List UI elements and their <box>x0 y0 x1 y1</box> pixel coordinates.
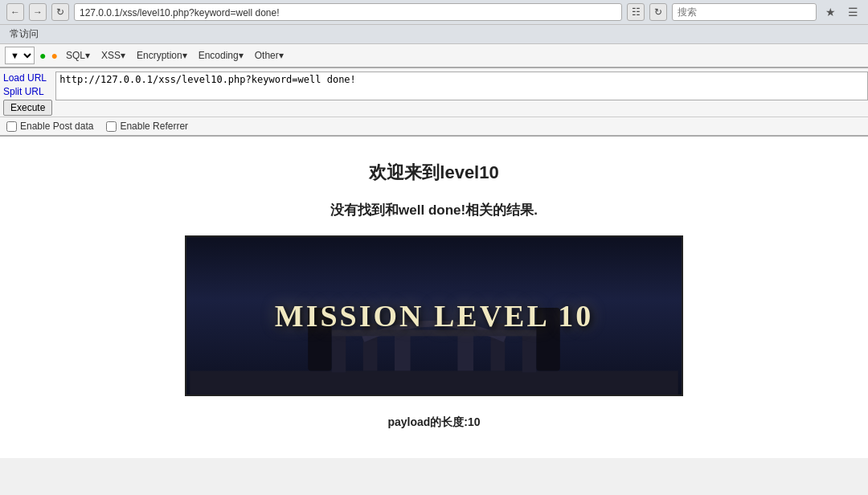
options-row: Enable Post data Enable Referrer <box>0 117 868 137</box>
dot-orange-icon: ● <box>51 49 57 62</box>
page-content: 欢迎来到level10 没有找到和well done!相关的结果. <box>0 137 868 458</box>
enable-post-label[interactable]: Enable Post data <box>6 121 93 132</box>
mission-title-text: Mission Level 10 <box>275 298 593 333</box>
load-url-button[interactable]: Load URL <box>0 72 55 84</box>
enable-post-checkbox[interactable] <box>6 121 17 132</box>
enable-referrer-label[interactable]: Enable Referrer <box>106 121 188 132</box>
url-sidebar: Load URL Split URL Execute <box>0 72 55 117</box>
address-url[interactable]: 127.0.0.1/xss/level10.php?keyword=well d… <box>74 3 622 21</box>
svg-rect-1 <box>332 332 346 373</box>
execute-button[interactable]: Execute <box>3 100 52 116</box>
encoding-menu[interactable]: Encoding▾ <box>195 48 247 63</box>
hackbar-toolbar: ▼ ● ● SQL▾ XSS▾ Encryption▾ Encoding▾ Ot… <box>0 44 868 68</box>
browser-chrome: ← → ↻ 127.0.0.1/xss/level10.php?keyword=… <box>0 0 868 458</box>
no-result-text: 没有找到和well done!相关的结果. <box>330 201 538 219</box>
bookmark-frequent[interactable]: 常访问 <box>6 27 42 42</box>
refresh-button[interactable]: ↻ <box>51 3 69 21</box>
bookmarks-bar: 常访问 <box>0 25 868 44</box>
svg-rect-6 <box>522 332 537 373</box>
payload-length: payload的长度:10 <box>387 415 480 430</box>
forward-button[interactable]: → <box>29 3 47 21</box>
url-textarea[interactable]: http://127.0.0.1/xss/level10.php?keyword… <box>55 72 868 100</box>
menu-icon[interactable]: ☰ <box>844 3 862 21</box>
enable-referrer-checkbox[interactable] <box>106 121 117 132</box>
address-bar-row: ← → ↻ 127.0.0.1/xss/level10.php?keyword=… <box>0 0 868 25</box>
sql-menu[interactable]: SQL▾ <box>63 48 93 63</box>
split-url-button[interactable]: Split URL <box>0 85 55 98</box>
back-button[interactable]: ← <box>6 3 24 21</box>
hackbar-select[interactable]: ▼ <box>5 47 35 64</box>
bookmark-star-icon[interactable]: ★ <box>821 3 839 21</box>
dot-green-icon: ● <box>39 49 46 62</box>
search-input[interactable] <box>672 3 817 21</box>
xss-menu[interactable]: XSS▾ <box>98 48 129 63</box>
svg-rect-0 <box>190 371 678 395</box>
other-menu[interactable]: Other▾ <box>252 48 287 63</box>
grid-icon[interactable]: ☷ <box>627 3 645 21</box>
url-input-row: Load URL Split URL Execute http://127.0.… <box>0 68 868 117</box>
mission-image: Mission Level 10 <box>185 235 683 396</box>
page-title: 欢迎来到level10 <box>369 161 498 185</box>
encryption-menu[interactable]: Encryption▾ <box>133 48 190 63</box>
reload-icon[interactable]: ↻ <box>649 3 667 21</box>
